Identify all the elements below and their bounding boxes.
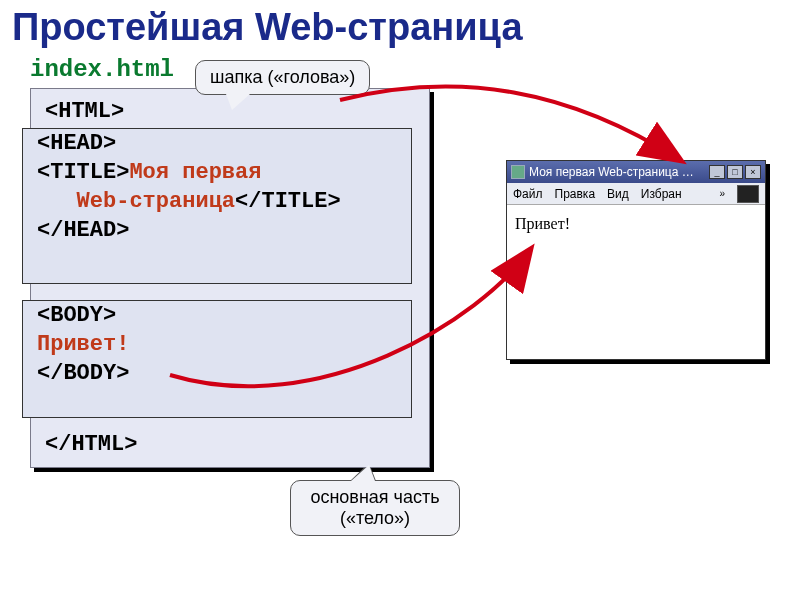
code-title-text2: Web-страница	[37, 189, 235, 214]
body-block: <BODY> Привет! </BODY>	[22, 300, 412, 418]
page-title: Простейшая Web-страница	[12, 6, 523, 49]
browser-body-text: Привет!	[515, 215, 570, 232]
callout-body-line1: основная часть	[310, 487, 439, 507]
callout-head: шапка («голова»)	[195, 60, 370, 95]
code-head-open: <HEAD>	[23, 129, 411, 158]
browser-title-text: Моя первая Web-страница …	[529, 165, 694, 179]
code-title-text1: Моя первая	[129, 160, 261, 185]
code-body-close: </BODY>	[23, 359, 411, 388]
browser-titlebar: Моя первая Web-страница … _ □ ×	[507, 161, 765, 183]
code-body-open: <BODY>	[23, 301, 411, 330]
code-head-close: </HEAD>	[23, 216, 411, 245]
browser-window: Моя первая Web-страница … _ □ × Файл Пра…	[506, 160, 766, 360]
window-buttons: _ □ ×	[709, 165, 761, 179]
head-block: <HEAD> <TITLE>Моя первая Web-страница</T…	[22, 128, 412, 284]
menu-chevron-icon[interactable]: »	[719, 188, 725, 199]
minimize-button[interactable]: _	[709, 165, 725, 179]
browser-logo-icon	[737, 185, 759, 203]
callout-head-text: шапка («голова»)	[210, 67, 355, 87]
maximize-button[interactable]: □	[727, 165, 743, 179]
callout-body: основная часть («тело»)	[290, 480, 460, 536]
code-title-close: </TITLE>	[235, 189, 341, 214]
browser-content: Привет!	[507, 205, 765, 243]
callout-body-line2: («тело»)	[340, 508, 410, 528]
menu-view[interactable]: Вид	[607, 187, 629, 201]
code-title-open: <TITLE>	[37, 160, 129, 185]
code-title-line2: Web-страница</TITLE>	[23, 187, 411, 216]
menu-file[interactable]: Файл	[513, 187, 543, 201]
code-body-text: Привет!	[23, 330, 411, 359]
code-html-close: </HTML>	[31, 430, 151, 459]
filename-label: index.html	[30, 56, 174, 83]
browser-icon	[511, 165, 525, 179]
menu-favorites[interactable]: Избран	[641, 187, 682, 201]
menu-edit[interactable]: Правка	[555, 187, 596, 201]
close-button[interactable]: ×	[745, 165, 761, 179]
code-title-line1: <TITLE>Моя первая	[23, 158, 411, 187]
browser-menubar: Файл Правка Вид Избран »	[507, 183, 765, 205]
